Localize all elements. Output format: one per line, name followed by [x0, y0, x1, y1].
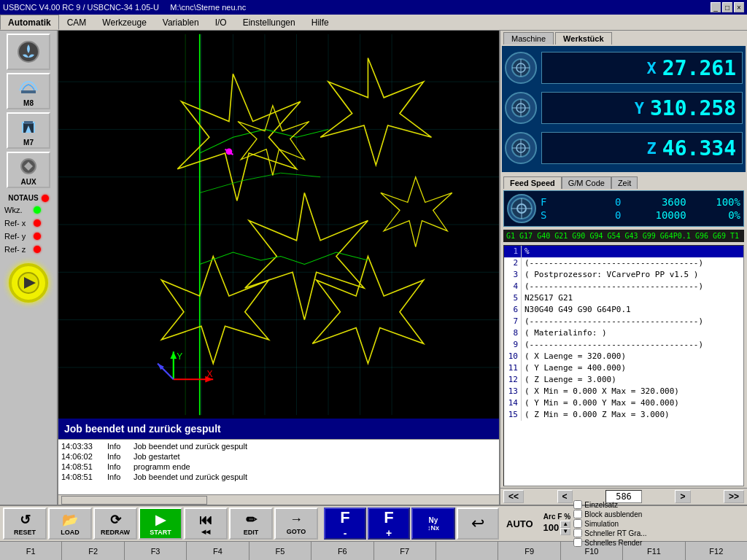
arc-f-spinner[interactable]: ▲ ▼	[560, 521, 570, 535]
aux-btn[interactable]: AUX	[7, 152, 50, 188]
option-row: Block ausblenden	[573, 510, 646, 518]
fkey-f2[interactable]: F2	[62, 542, 124, 560]
gcode-list[interactable]: 1 %2 (----------------------------------…	[503, 245, 744, 486]
gcode-line[interactable]: 8 ( Materialinfo: )	[504, 327, 743, 339]
gcode-line[interactable]: 6 N30G40 G49 G90 G64P0.1	[504, 304, 743, 316]
fkey-f1[interactable]: F1	[0, 542, 62, 560]
center-panel: Y X Job beendet und zurück gespult 14:03…	[58, 31, 499, 505]
coolant-btn[interactable]	[7, 34, 50, 70]
log-content[interactable]: 14:03:33 Info Job beendet und zurück ges…	[58, 440, 499, 494]
option-checkbox[interactable]	[573, 519, 582, 528]
ny-nx-btn[interactable]: Ny ↕Nx	[411, 508, 455, 540]
tab-zeit[interactable]: Zeit	[611, 176, 638, 189]
gcode-line[interactable]: 9 (-----------------------------------)	[504, 339, 743, 351]
goto-btn[interactable]: → GOTO	[274, 508, 318, 540]
gcode-line[interactable]: 14 ( Y Min = 0.000 Y Max = 400.000)	[504, 397, 743, 409]
feed-minus-btn[interactable]: F -	[324, 508, 366, 540]
log-entry: 14:08:51 Info Job beendet und zurück ges…	[61, 472, 496, 482]
coord-z-row: Z 46.334	[505, 129, 743, 167]
coord-z-icon[interactable]	[505, 132, 537, 164]
gcode-next-next-btn[interactable]: >>	[724, 490, 744, 503]
gcode-line[interactable]: 12 ( Z Laenge = 3.000)	[504, 374, 743, 386]
arc-f-up-btn[interactable]: ▲	[560, 521, 570, 528]
menu-tab-i/o[interactable]: I/O	[207, 15, 235, 30]
log-type: Info	[107, 462, 128, 471]
coord-x-value-box: X 27.261	[541, 52, 743, 84]
gcode-line[interactable]: 2 (-----------------------------------)	[504, 257, 743, 269]
fkey-f11[interactable]: F11	[623, 542, 685, 560]
coord-display: X 27.261 Y 310.258	[502, 46, 746, 172]
edit-btn[interactable]: ✏ EDIT	[229, 508, 273, 540]
fkey-f4[interactable]: F4	[187, 542, 249, 560]
fkey-f3[interactable]: F3	[125, 542, 187, 560]
minimize-btn[interactable]: _	[711, 2, 721, 12]
m8-btn[interactable]: M8	[7, 73, 50, 109]
titlebar-title: USBCNC V4.00 RC 9 / USBCNC-34 1.05-U M:\…	[3, 3, 246, 12]
fkey-f9[interactable]: F9	[498, 542, 560, 560]
sidebar: M8 M7 AUX NOTAUS Wkz.	[0, 31, 58, 505]
option-row: Schneller RT Gra...	[573, 529, 646, 537]
gcode-prev-prev-btn[interactable]: <<	[503, 490, 524, 503]
cnc-canvas: Y X	[58, 31, 499, 419]
option-checkbox[interactable]	[573, 529, 582, 537]
log-msg: Job beendet und zurück gespult	[133, 472, 247, 481]
menu-tab-hilfe[interactable]: Hilfe	[303, 15, 337, 30]
option-checkbox[interactable]	[573, 510, 582, 518]
gcode-line[interactable]: 1 %	[504, 246, 743, 257]
gcode-line[interactable]: 10 ( X Laenge = 320.000)	[504, 351, 743, 362]
coord-y-row: Y 310.258	[505, 89, 743, 127]
fkey-f12[interactable]: F12	[686, 542, 747, 560]
gcode-line[interactable]: 3 ( Postprozessor: VCarvePro PP v1.5 )	[504, 269, 743, 281]
m7-btn[interactable]: M7	[7, 112, 50, 149]
gcode-line[interactable]: 13 ( X Min = 0.000 X Max = 320.000)	[504, 386, 743, 397]
gcode-line[interactable]: 15 ( Z Min = 0.000 Z Max = 3.000)	[504, 409, 743, 421]
wkz-led	[34, 206, 41, 214]
menu-tab-automatik[interactable]: Automatik	[0, 15, 59, 30]
reset-btn[interactable]: ↺ RESET	[3, 508, 47, 540]
gcode-linenum: 7	[506, 316, 522, 327]
start-btn[interactable]: ▶ START	[139, 508, 182, 540]
gcode-line[interactable]: 11 ( Y Laenge = 400.000)	[504, 362, 743, 374]
menu-tab-cam[interactable]: CAM	[59, 15, 95, 30]
log-hscroll[interactable]	[58, 494, 499, 505]
arc-f-down-btn[interactable]: ▼	[560, 528, 570, 535]
gcode-code: ( Postprozessor: VCarvePro PP v1.5 )	[525, 269, 698, 281]
fkey-f5[interactable]: F5	[249, 542, 311, 560]
gcode-code: ( Z Laenge = 3.000)	[525, 374, 616, 386]
gcode-next-btn[interactable]: >	[675, 490, 690, 503]
feed-plus-btn[interactable]: F +	[368, 508, 410, 540]
prev-btn[interactable]: ⏮ ◀◀	[184, 508, 228, 540]
option-checkbox[interactable]	[573, 500, 582, 509]
gcode-code: ( Z Min = 0.000 Z Max = 3.000)	[525, 409, 670, 421]
gcode-line[interactable]: 7 (-----------------------------------)	[504, 316, 743, 327]
menu-tab-werkzeuge[interactable]: Werkzeuge	[94, 15, 154, 30]
tab-maschine[interactable]: Maschine	[503, 32, 554, 44]
fkey-f7[interactable]: F7	[374, 542, 436, 560]
svg-rect-2	[24, 121, 33, 124]
menu-tab-einstellungen[interactable]: Einstellungen	[235, 15, 303, 30]
gcode-code: (-----------------------------------)	[525, 316, 703, 327]
tab-gm-code[interactable]: G/M Code	[562, 176, 611, 189]
option-label: Einzelsatz	[584, 501, 618, 509]
undo-btn[interactable]: ↩	[457, 508, 499, 540]
close-btn[interactable]: ×	[734, 2, 744, 12]
gcode-linenum: 2	[506, 257, 522, 269]
coord-y-icon[interactable]	[505, 92, 537, 124]
coord-x-icon[interactable]	[505, 52, 537, 84]
gcode-line[interactable]: 4 (-----------------------------------)	[504, 281, 743, 292]
menu-tab-variablen[interactable]: Variablen	[155, 15, 207, 30]
load-btn[interactable]: 📂 LOAD	[48, 508, 92, 540]
gcode-line[interactable]: 5 N25G17 G21	[504, 292, 743, 304]
titlebar-controls[interactable]: _ □ ×	[711, 2, 744, 12]
log-scrollbar-thumb[interactable]	[61, 496, 207, 505]
tab-werkstueck[interactable]: Werkstück	[555, 32, 611, 44]
fkey-f6[interactable]: F6	[311, 542, 374, 560]
maximize-btn[interactable]: □	[722, 2, 732, 12]
spindle-icon	[507, 194, 536, 223]
gcode-code: ( Y Min = 0.000 Y Max = 400.000)	[525, 397, 679, 409]
svg-text:Y: Y	[177, 351, 182, 362]
redraw-btn[interactable]: ⟳ REDRAW	[93, 508, 137, 540]
tab-feed-speed[interactable]: Feed Speed	[503, 176, 562, 189]
fkey-f10[interactable]: F10	[561, 542, 623, 560]
gcode-prev-btn[interactable]: <	[557, 490, 573, 503]
